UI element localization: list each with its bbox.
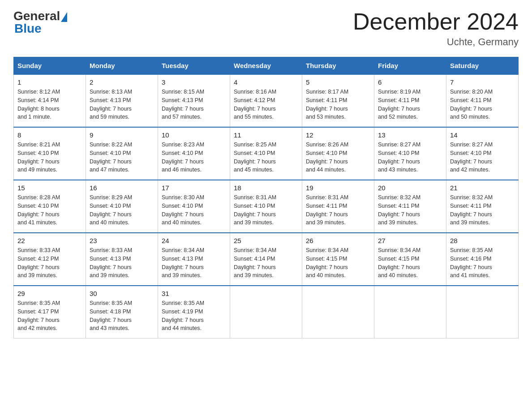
day-number: 16 — [90, 184, 154, 192]
day-info: Sunrise: 8:27 AMSunset: 4:10 PMDaylight:… — [450, 141, 515, 174]
day-info: Sunrise: 8:35 AMSunset: 4:16 PMDaylight:… — [450, 246, 515, 280]
calendar-cell: 13 Sunrise: 8:27 AMSunset: 4:10 PMDaylig… — [374, 127, 446, 180]
week-row-3: 15 Sunrise: 8:28 AMSunset: 4:10 PMDaylig… — [14, 180, 519, 233]
day-info: Sunrise: 8:34 AMSunset: 4:15 PMDaylight:… — [378, 246, 442, 280]
calendar-cell: 28 Sunrise: 8:35 AMSunset: 4:16 PMDaylig… — [446, 233, 519, 286]
day-header-friday: Friday — [374, 57, 446, 75]
day-number: 23 — [90, 237, 154, 244]
day-header-thursday: Thursday — [302, 57, 374, 75]
calendar-cell: 16 Sunrise: 8:29 AMSunset: 4:10 PMDaylig… — [86, 180, 158, 233]
calendar-body: 1 Sunrise: 8:12 AMSunset: 4:14 PMDayligh… — [14, 74, 519, 338]
calendar-cell: 9 Sunrise: 8:22 AMSunset: 4:10 PMDayligh… — [86, 127, 158, 180]
day-number: 18 — [234, 184, 298, 192]
day-number: 8 — [17, 131, 82, 139]
day-number: 1 — [17, 78, 82, 86]
calendar-cell — [374, 286, 446, 338]
day-info: Sunrise: 8:12 AMSunset: 4:14 PMDaylight:… — [17, 88, 82, 121]
day-number: 6 — [378, 78, 442, 86]
day-info: Sunrise: 8:22 AMSunset: 4:10 PMDaylight:… — [90, 141, 154, 174]
day-number: 30 — [90, 290, 154, 297]
month-title: December 2024 — [353, 9, 519, 34]
logo-triangle-icon — [61, 12, 67, 22]
day-number: 13 — [378, 131, 442, 139]
day-info: Sunrise: 8:23 AMSunset: 4:10 PMDaylight:… — [162, 141, 226, 174]
day-number: 11 — [234, 131, 298, 139]
logo-blue-text: Blue — [14, 21, 42, 35]
day-number: 12 — [306, 131, 370, 139]
calendar-cell — [446, 286, 519, 338]
day-number: 15 — [17, 184, 82, 192]
day-number: 22 — [17, 237, 82, 244]
calendar-cell: 21 Sunrise: 8:32 AMSunset: 4:11 PMDaylig… — [446, 180, 519, 233]
day-info: Sunrise: 8:26 AMSunset: 4:10 PMDaylight:… — [306, 141, 370, 174]
calendar-cell: 17 Sunrise: 8:30 AMSunset: 4:10 PMDaylig… — [158, 180, 230, 233]
day-number: 19 — [306, 184, 370, 192]
day-info: Sunrise: 8:29 AMSunset: 4:10 PMDaylight:… — [90, 193, 154, 227]
calendar-header: SundayMondayTuesdayWednesdayThursdayFrid… — [14, 57, 519, 75]
day-number: 25 — [234, 237, 298, 244]
calendar-cell: 27 Sunrise: 8:34 AMSunset: 4:15 PMDaylig… — [374, 233, 446, 286]
day-info: Sunrise: 8:19 AMSunset: 4:11 PMDaylight:… — [378, 88, 442, 121]
week-row-1: 1 Sunrise: 8:12 AMSunset: 4:14 PMDayligh… — [14, 74, 519, 127]
day-header-row: SundayMondayTuesdayWednesdayThursdayFrid… — [14, 57, 519, 75]
week-row-2: 8 Sunrise: 8:21 AMSunset: 4:10 PMDayligh… — [14, 127, 519, 180]
calendar-cell: 6 Sunrise: 8:19 AMSunset: 4:11 PMDayligh… — [374, 74, 446, 127]
calendar-cell: 24 Sunrise: 8:34 AMSunset: 4:13 PMDaylig… — [158, 233, 230, 286]
day-info: Sunrise: 8:35 AMSunset: 4:19 PMDaylight:… — [162, 299, 226, 333]
day-info: Sunrise: 8:35 AMSunset: 4:17 PMDaylight:… — [17, 299, 82, 333]
day-number: 20 — [378, 184, 442, 192]
day-number: 28 — [450, 237, 515, 244]
day-info: Sunrise: 8:30 AMSunset: 4:10 PMDaylight:… — [162, 193, 226, 227]
day-info: Sunrise: 8:32 AMSunset: 4:11 PMDaylight:… — [378, 193, 442, 227]
calendar-cell — [302, 286, 374, 338]
day-number: 17 — [162, 184, 226, 192]
calendar-cell: 19 Sunrise: 8:31 AMSunset: 4:11 PMDaylig… — [302, 180, 374, 233]
calendar-cell: 2 Sunrise: 8:13 AMSunset: 4:13 PMDayligh… — [86, 74, 158, 127]
calendar-cell: 22 Sunrise: 8:33 AMSunset: 4:12 PMDaylig… — [14, 233, 86, 286]
day-info: Sunrise: 8:25 AMSunset: 4:10 PMDaylight:… — [234, 141, 298, 174]
day-number: 7 — [450, 78, 515, 86]
location-title: Uchte, Germany — [353, 36, 519, 48]
day-info: Sunrise: 8:34 AMSunset: 4:14 PMDaylight:… — [234, 246, 298, 280]
day-info: Sunrise: 8:20 AMSunset: 4:11 PMDaylight:… — [450, 88, 515, 121]
calendar-cell: 20 Sunrise: 8:32 AMSunset: 4:11 PMDaylig… — [374, 180, 446, 233]
calendar-cell: 11 Sunrise: 8:25 AMSunset: 4:10 PMDaylig… — [230, 127, 302, 180]
day-number: 29 — [17, 290, 82, 297]
day-number: 5 — [306, 78, 370, 86]
day-info: Sunrise: 8:32 AMSunset: 4:11 PMDaylight:… — [450, 193, 515, 227]
day-info: Sunrise: 8:15 AMSunset: 4:13 PMDaylight:… — [162, 88, 226, 121]
day-info: Sunrise: 8:34 AMSunset: 4:15 PMDaylight:… — [306, 246, 370, 280]
day-info: Sunrise: 8:27 AMSunset: 4:10 PMDaylight:… — [378, 141, 442, 174]
logo: General Blue — [13, 9, 68, 36]
day-number: 3 — [162, 78, 226, 86]
day-info: Sunrise: 8:21 AMSunset: 4:10 PMDaylight:… — [17, 141, 82, 174]
day-info: Sunrise: 8:34 AMSunset: 4:13 PMDaylight:… — [162, 246, 226, 280]
day-info: Sunrise: 8:31 AMSunset: 4:11 PMDaylight:… — [306, 193, 370, 227]
day-info: Sunrise: 8:17 AMSunset: 4:11 PMDaylight:… — [306, 88, 370, 121]
calendar-cell: 31 Sunrise: 8:35 AMSunset: 4:19 PMDaylig… — [158, 286, 230, 338]
calendar-cell: 29 Sunrise: 8:35 AMSunset: 4:17 PMDaylig… — [14, 286, 86, 338]
day-info: Sunrise: 8:31 AMSunset: 4:10 PMDaylight:… — [234, 193, 298, 227]
calendar-cell: 4 Sunrise: 8:16 AMSunset: 4:12 PMDayligh… — [230, 74, 302, 127]
calendar-cell: 3 Sunrise: 8:15 AMSunset: 4:13 PMDayligh… — [158, 74, 230, 127]
day-number: 24 — [162, 237, 226, 244]
day-number: 21 — [450, 184, 515, 192]
calendar-cell: 25 Sunrise: 8:34 AMSunset: 4:14 PMDaylig… — [230, 233, 302, 286]
day-info: Sunrise: 8:28 AMSunset: 4:10 PMDaylight:… — [17, 193, 82, 227]
header: General Blue December 2024 Uchte, German… — [13, 9, 519, 48]
day-info: Sunrise: 8:33 AMSunset: 4:13 PMDaylight:… — [90, 246, 154, 280]
calendar-cell: 5 Sunrise: 8:17 AMSunset: 4:11 PMDayligh… — [302, 74, 374, 127]
day-header-saturday: Saturday — [446, 57, 519, 75]
calendar-cell: 14 Sunrise: 8:27 AMSunset: 4:10 PMDaylig… — [446, 127, 519, 180]
day-number: 14 — [450, 131, 515, 139]
day-number: 27 — [378, 237, 442, 244]
day-info: Sunrise: 8:13 AMSunset: 4:13 PMDaylight:… — [90, 88, 154, 121]
calendar-cell: 1 Sunrise: 8:12 AMSunset: 4:14 PMDayligh… — [14, 74, 86, 127]
day-info: Sunrise: 8:35 AMSunset: 4:18 PMDaylight:… — [90, 299, 154, 333]
title-area: December 2024 Uchte, Germany — [353, 9, 519, 48]
calendar-cell: 30 Sunrise: 8:35 AMSunset: 4:18 PMDaylig… — [86, 286, 158, 338]
day-header-sunday: Sunday — [14, 57, 86, 75]
day-header-monday: Monday — [86, 57, 158, 75]
calendar-cell: 26 Sunrise: 8:34 AMSunset: 4:15 PMDaylig… — [302, 233, 374, 286]
day-number: 2 — [90, 78, 154, 86]
